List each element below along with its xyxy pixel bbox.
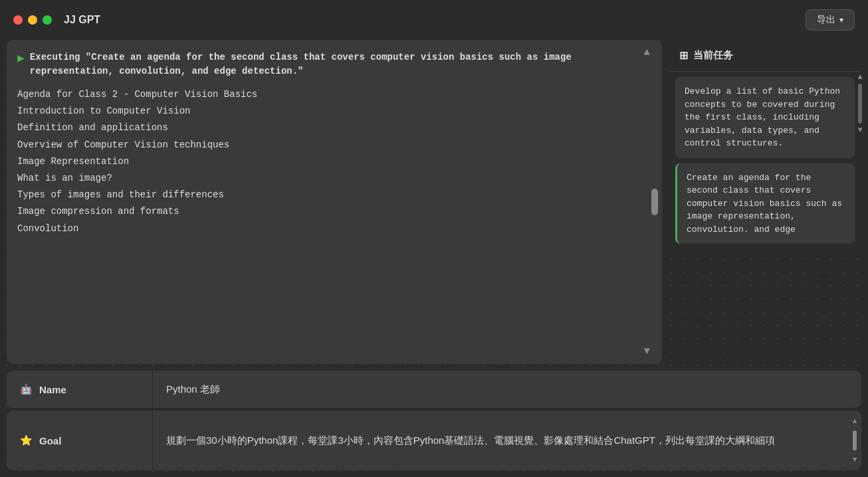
tasks-list[interactable]: Develop a list of basic Python concepts … (669, 72, 861, 249)
chat-scrollbar-thumb[interactable] (651, 189, 658, 215)
name-row: 🤖 Name Python 老師 (7, 371, 861, 408)
right-panel-header: ⊞ 当前任务 (669, 40, 861, 72)
agenda-item-8: Convolution (17, 221, 651, 237)
minimize-button[interactable] (28, 15, 37, 25)
name-label-cell: 🤖 Name (7, 371, 153, 408)
goal-text: 規劃一個30小時的Python課程，每堂課3小時，內容包含Python基礎語法、… (166, 432, 775, 448)
goal-scroll-down-arrow[interactable]: ▼ (853, 456, 857, 464)
goal-scrollbar[interactable]: ▲ ▼ (852, 416, 857, 465)
executing-line: ▶ Executing "Create an agenda for the se… (17, 50, 651, 78)
name-label: Name (39, 384, 66, 395)
chat-box: ▲ ▶ Executing "Create an agenda for the … (7, 40, 662, 364)
bottom-area: 🤖 Name Python 老師 ⭐ Goal 規劃一個30小時的Python課… (0, 371, 868, 477)
executing-prefix: Executing " (30, 52, 91, 62)
task-card-1: Develop a list of basic Python concepts … (675, 77, 855, 158)
window-controls: JJ GPT (13, 14, 100, 26)
main-content: ▲ ▶ Executing "Create an agenda for the … (0, 40, 868, 371)
task-text-2: Create an agenda for the second class th… (687, 173, 842, 235)
app-title: JJ GPT (64, 14, 100, 26)
current-tasks-label: 当前任务 (693, 49, 733, 62)
right-panel: ⊞ 当前任务 Develop a list of basic Python co… (669, 40, 861, 249)
goal-scroll-thumb[interactable] (853, 430, 857, 450)
right-scroll-up-arrow[interactable]: ▲ (857, 73, 862, 81)
executing-command: Create an agenda for the second class th… (30, 52, 572, 76)
agenda-item-1: Introduction to Computer Vision (17, 103, 651, 120)
agenda-item-7: Image compression and formats (17, 203, 651, 220)
agenda-item-6: Types of images and their differences (17, 187, 651, 203)
task-card-2: Create an agenda for the second class th… (675, 163, 855, 244)
task-text-1: Develop a list of basic Python concepts … (685, 86, 840, 148)
right-scrollbar[interactable]: ▲ ▼ (857, 73, 863, 357)
goal-label-cell: ⭐ Goal (7, 411, 153, 470)
goal-scroll-up-arrow[interactable]: ▲ (853, 417, 857, 425)
right-scroll-down-arrow[interactable]: ▼ (857, 126, 862, 134)
chevron-down-icon: ▾ (839, 15, 843, 25)
agenda-item-5: What is an image? (17, 170, 651, 187)
top-bar: JJ GPT 导出 ▾ (0, 0, 868, 40)
goal-label: Goal (39, 435, 61, 446)
export-label: 导出 (817, 14, 835, 26)
name-text: Python 老師 (166, 383, 220, 396)
chat-scroll-up-arrow[interactable]: ▲ (641, 44, 653, 61)
right-scroll-thumb[interactable] (858, 84, 862, 124)
goal-row: ⭐ Goal 規劃一個30小時的Python課程，每堂課3小時，內容包含Pyth… (7, 411, 861, 470)
executing-text: Executing "Create an agenda for the seco… (30, 50, 651, 78)
robot-icon: 🤖 (20, 383, 33, 395)
star-icon: ⭐ (20, 434, 33, 446)
play-icon: ▶ (17, 50, 25, 65)
right-panel-wrapper: ⊞ 当前任务 Develop a list of basic Python co… (669, 40, 861, 364)
agenda-content: Agenda for Class 2 - Computer Vision Bas… (17, 86, 651, 237)
chat-scroll-down-arrow[interactable]: ▼ (641, 343, 653, 360)
agenda-item-4: Image Representation (17, 153, 651, 170)
maximize-button[interactable] (43, 15, 52, 25)
table-icon: ⊞ (679, 49, 688, 62)
agenda-item-3: Overview of Computer Vision techniques (17, 137, 651, 153)
left-panel: ▲ ▶ Executing "Create an agenda for the … (7, 40, 662, 364)
agenda-item-0: Agenda for Class 2 - Computer Vision Bas… (17, 86, 651, 103)
export-button[interactable]: 导出 ▾ (806, 9, 855, 31)
close-button[interactable] (13, 15, 23, 25)
name-value: Python 老師 (153, 371, 861, 408)
goal-value: 規劃一個30小時的Python課程，每堂課3小時，內容包含Python基礎語法、… (153, 411, 861, 470)
agenda-item-2: Definition and applications (17, 120, 651, 136)
